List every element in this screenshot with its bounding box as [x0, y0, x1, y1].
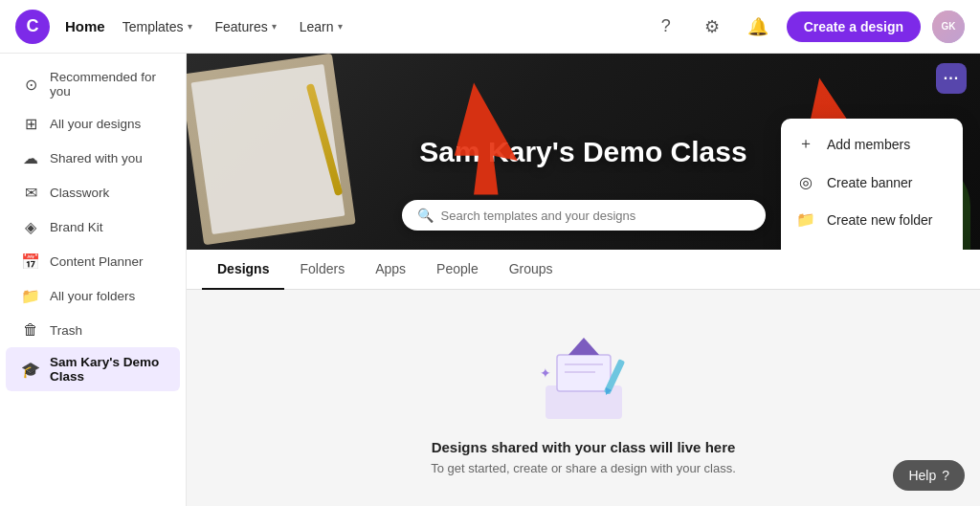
sidebar-label-classwork: Classwork [50, 186, 109, 200]
nav-right: ? ⚙ 🔔 Create a design GK [649, 10, 965, 44]
nav-home[interactable]: Home [65, 18, 105, 34]
nav-templates[interactable]: Templates ▾ [113, 13, 202, 40]
nav-features-label: Features [215, 19, 268, 34]
settings-icon-button[interactable]: ⚙ [695, 10, 729, 44]
dropdown-add-members[interactable]: ＋ Add members [781, 124, 963, 164]
sidebar-label-trash: Trash [50, 323, 82, 338]
banner-icon: ◎ [796, 173, 815, 191]
tab-groups[interactable]: Groups [494, 250, 568, 290]
add-member-icon: ＋ [796, 134, 815, 154]
top-navigation: C Home Templates ▾ Features ▾ Learn ▾ ? … [0, 0, 980, 54]
main-content: Sam Kary's Demo Class 🔍 ··· ＋ Add member… [187, 54, 980, 506]
tab-apps-label: Apps [375, 261, 406, 276]
sidebar-item-trash[interactable]: 🗑 Trash [6, 314, 180, 346]
svg-text:✦: ✦ [540, 365, 551, 381]
tab-people-label: People [436, 261, 479, 276]
sidebar-item-classwork[interactable]: ✉ Classwork [6, 176, 180, 209]
empty-state: ✦ Designs shared with your class will li… [187, 290, 980, 475]
sidebar-item-demo-class[interactable]: 🎓 Sam Kary's Demo Class [6, 347, 180, 391]
graduation-icon: 🎓 [21, 361, 40, 379]
nav-features[interactable]: Features ▾ [206, 13, 286, 40]
chevron-down-icon: ▾ [338, 21, 343, 32]
share-icon: ☁ [21, 149, 40, 167]
help-button[interactable]: Help ? [893, 460, 965, 491]
empty-state-title: Designs shared with your class will live… [432, 439, 736, 455]
sidebar-item-all-folders[interactable]: 📁 All your folders [6, 279, 180, 313]
calendar-icon: 📅 [21, 253, 40, 271]
sidebar-label-content-planner: Content Planner [50, 254, 144, 269]
main-layout: ⊙ Recommended for you ⊞ All your designs… [0, 54, 980, 506]
help-icon-button[interactable]: ? [649, 10, 683, 44]
tab-apps[interactable]: Apps [360, 250, 421, 290]
sidebar-item-content-planner[interactable]: 📅 Content Planner [6, 245, 180, 278]
avatar-image: GK [932, 11, 965, 43]
nav-learn[interactable]: Learn ▾ [290, 13, 352, 40]
dropdown-create-banner-label: Create banner [827, 175, 913, 190]
nav-items: Templates ▾ Features ▾ Learn ▾ [113, 13, 352, 40]
chevron-down-icon: ▾ [188, 21, 192, 32]
folder-icon: 📁 [21, 287, 40, 305]
help-symbol: ? [942, 468, 949, 483]
tab-groups-label: Groups [509, 261, 553, 276]
dropdown-create-folder-label: Create new folder [827, 212, 933, 228]
nav-learn-label: Learn [300, 19, 334, 34]
sidebar-label-all-folders: All your folders [50, 289, 135, 303]
help-label: Help [908, 468, 936, 483]
dropdown-menu: ＋ Add members ◎ Create banner 📁 Create n… [781, 119, 963, 250]
sidebar-item-recommended[interactable]: ⊙ Recommended for you [6, 62, 180, 106]
classwork-icon: ✉ [21, 184, 40, 202]
tab-folders-label: Folders [300, 261, 345, 276]
tabs-row: Designs Folders Apps People Groups [187, 250, 980, 290]
banner-title: Sam Kary's Demo Class [419, 136, 746, 168]
search-icon: 🔍 [417, 208, 434, 223]
dropdown-rename-team-label: Rename team [827, 250, 911, 251]
svg-rect-3 [557, 355, 611, 391]
tab-people[interactable]: People [421, 250, 494, 290]
chevron-down-icon: ▾ [272, 21, 277, 32]
dropdown-create-banner[interactable]: ◎ Create banner [781, 164, 963, 201]
empty-illustration: ✦ [526, 328, 641, 424]
sidebar-item-all-designs[interactable]: ⊞ All your designs [6, 107, 180, 141]
svg-marker-6 [568, 338, 599, 355]
dropdown-add-members-label: Add members [827, 137, 910, 152]
create-design-button[interactable]: Create a design [787, 11, 921, 42]
trash-icon: 🗑 [21, 321, 40, 339]
nav-templates-label: Templates [122, 19, 184, 34]
sidebar-item-brand-kit[interactable]: ◈ Brand Kit [6, 210, 180, 244]
empty-illustration-svg: ✦ [526, 328, 641, 424]
canva-logo-letter: C [27, 16, 39, 36]
more-options-button[interactable]: ··· [936, 63, 967, 94]
brand-kit-icon: ◈ [21, 218, 40, 236]
canva-logo[interactable]: C [15, 10, 50, 44]
edit-icon: ✏ [796, 248, 815, 250]
sidebar-label-brand-kit: Brand Kit [50, 220, 103, 234]
new-folder-icon: 📁 [796, 210, 815, 229]
sidebar-item-shared[interactable]: ☁ Shared with you [6, 142, 180, 175]
grid-icon: ⊞ [21, 115, 40, 133]
empty-state-subtitle: To get started, create or share a design… [431, 461, 736, 475]
sidebar-label-shared: Shared with you [50, 151, 143, 165]
class-banner: Sam Kary's Demo Class 🔍 ··· ＋ Add member… [187, 54, 980, 250]
tab-designs-label: Designs [217, 261, 269, 276]
notifications-icon-button[interactable]: 🔔 [741, 10, 775, 44]
banner-search-bar[interactable]: 🔍 [402, 200, 766, 231]
sidebar-label-demo-class: Sam Kary's Demo Class [50, 355, 165, 384]
home-icon: ⊙ [21, 76, 40, 94]
tab-folders[interactable]: Folders [284, 250, 360, 290]
sidebar-label-recommended: Recommended for you [50, 70, 165, 99]
dropdown-create-folder[interactable]: 📁 Create new folder [781, 201, 963, 238]
search-input[interactable] [441, 209, 750, 223]
avatar[interactable]: GK [932, 11, 965, 43]
sidebar-label-all-designs: All your designs [50, 117, 141, 131]
sidebar: ⊙ Recommended for you ⊞ All your designs… [0, 54, 187, 506]
tab-designs[interactable]: Designs [202, 250, 284, 290]
dropdown-rename-team[interactable]: ✏ Rename team [781, 238, 963, 250]
